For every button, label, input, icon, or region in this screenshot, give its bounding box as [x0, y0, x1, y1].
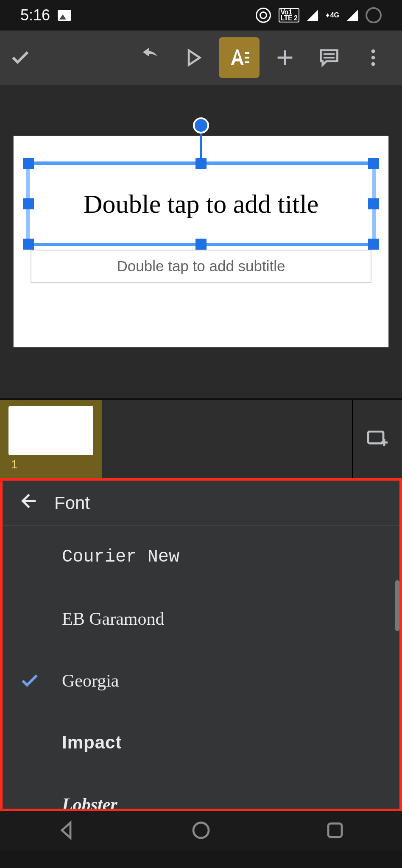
- title-text-box[interactable]: Double tap to add title: [26, 161, 376, 246]
- filmstrip-empty: [102, 400, 352, 478]
- subtitle-placeholder: Double tap to add subtitle: [117, 258, 285, 275]
- present-button[interactable]: [173, 37, 214, 78]
- android-status-bar: 5:16 Vo 1LTE 2 ♦4G: [0, 0, 402, 31]
- done-button[interactable]: [0, 37, 41, 78]
- undo-icon: [138, 47, 160, 69]
- svg-rect-8: [328, 823, 342, 837]
- arrow-left-icon: [18, 491, 37, 511]
- add-button[interactable]: [265, 37, 305, 78]
- more-vert-icon: [362, 47, 384, 69]
- font-panel-title: Font: [54, 493, 90, 513]
- svg-rect-1: [245, 57, 249, 58]
- svg-rect-0: [245, 52, 249, 54]
- svg-point-3: [371, 50, 375, 53]
- text-format-button[interactable]: [219, 37, 260, 78]
- subtitle-text-box[interactable]: Double tap to add subtitle: [31, 250, 371, 283]
- nav-home-button[interactable]: [191, 820, 211, 842]
- filmstrip-slide-1[interactable]: 1: [0, 400, 102, 478]
- nav-back-button[interactable]: [57, 820, 77, 842]
- font-option-lobster[interactable]: Lobster: [3, 773, 399, 809]
- check-icon: [19, 670, 40, 691]
- new-slide-icon: [367, 431, 388, 448]
- signal-icon: [307, 10, 318, 21]
- svg-point-4: [371, 56, 375, 60]
- font-option-eb-garamond[interactable]: EB Garamond: [3, 588, 399, 650]
- font-option-impact[interactable]: Impact: [3, 712, 399, 773]
- editor-toolbar: [0, 31, 402, 85]
- plus-icon: [274, 47, 296, 69]
- loading-icon: [366, 7, 382, 23]
- check-icon: [9, 47, 31, 69]
- title-placeholder[interactable]: Double tap to add title: [26, 161, 376, 246]
- font-option-label: Courier New: [62, 547, 179, 567]
- nav-back-icon: [57, 820, 77, 840]
- play-icon: [182, 47, 204, 69]
- svg-point-7: [193, 823, 209, 838]
- font-option-label: Lobster: [62, 794, 117, 809]
- slide-number: 1: [11, 458, 18, 471]
- nav-home-icon: [191, 820, 211, 840]
- font-panel-header: Font: [3, 481, 399, 526]
- hotspot-icon: [256, 8, 271, 23]
- slide-thumbnail: [8, 406, 93, 455]
- add-slide-button[interactable]: [352, 400, 402, 478]
- comment-icon: [318, 47, 340, 69]
- signal-icon-2: [347, 10, 358, 21]
- nav-recent-icon: [325, 820, 345, 840]
- slide-filmstrip: 1: [0, 400, 402, 478]
- font-panel: Font Courier NewEB GaramondGeorgiaImpact…: [0, 478, 402, 811]
- font-option-georgia[interactable]: Georgia: [3, 650, 399, 712]
- svg-rect-2: [245, 61, 249, 63]
- font-selected-check: [18, 670, 42, 691]
- comment-button[interactable]: [309, 37, 349, 78]
- nav-recent-button[interactable]: [325, 820, 345, 842]
- svg-point-5: [371, 62, 375, 66]
- font-list[interactable]: Courier NewEB GaramondGeorgiaImpactLobst…: [3, 526, 399, 809]
- scroll-indicator[interactable]: [395, 580, 399, 631]
- back-button[interactable]: [18, 491, 37, 515]
- status-time: 5:16: [20, 6, 50, 24]
- slide-canvas[interactable]: Double tap to add title Double tap to ad…: [0, 85, 402, 400]
- font-option-label: Georgia: [62, 670, 119, 691]
- slide[interactable]: Double tap to add title Double tap to ad…: [14, 136, 388, 347]
- text-format-icon: [228, 47, 250, 69]
- font-option-label: EB Garamond: [62, 609, 164, 629]
- font-option-label: Impact: [62, 732, 122, 753]
- picture-notification-icon: [58, 10, 71, 21]
- undo-button[interactable]: [129, 37, 170, 78]
- more-button[interactable]: [353, 37, 394, 78]
- rotation-handle[interactable]: [193, 117, 209, 134]
- font-option-courier-new[interactable]: Courier New: [3, 526, 399, 588]
- android-nav-bar: [0, 811, 402, 851]
- 4g-icon: ♦4G: [326, 11, 339, 19]
- volte-icon: Vo 1LTE 2: [279, 8, 300, 22]
